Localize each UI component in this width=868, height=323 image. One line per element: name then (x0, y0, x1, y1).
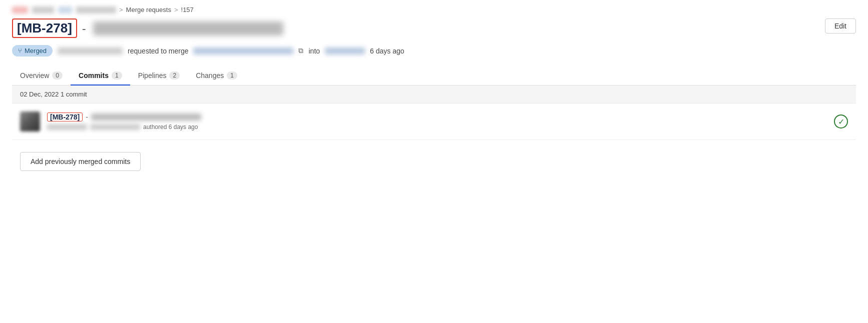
commit-author-avatar (20, 112, 40, 132)
tab-pipelines-label: Pipelines (138, 72, 167, 80)
time-ago: 6 days ago (370, 47, 404, 55)
tab-changes-label: Changes (196, 72, 224, 80)
mr-title-text-blur (93, 22, 283, 36)
commit-title-blur (91, 114, 201, 120)
breadcrumb-sep1: > (119, 6, 123, 14)
breadcrumb-merge-requests-link[interactable]: Merge requests (126, 6, 171, 14)
commit-row: [MB-278] - authored 6 days ago ✓ (12, 104, 856, 140)
requested-text: requested to merge (128, 47, 188, 55)
add-previously-merged-commits-button[interactable]: Add previously merged commits (20, 152, 141, 171)
breadcrumb-mr-number: !157 (181, 6, 194, 14)
tab-commits-label: Commits (79, 72, 109, 80)
commit-id: [MB-278] (47, 112, 83, 122)
mr-title-dash: - (82, 22, 86, 36)
commit-info: [MB-278] - authored 6 days ago (47, 112, 827, 130)
tab-commits[interactable]: Commits 1 (71, 66, 130, 86)
tab-overview-count: 0 (52, 72, 63, 80)
into-text: into (308, 47, 320, 55)
commit-status: ✓ (834, 114, 848, 128)
merged-badge: ⑂ Merged (12, 45, 53, 56)
breadcrumb-sub-blur (76, 6, 116, 14)
commit-authored-text: authored 6 days ago (143, 124, 198, 130)
commit-title-row: [MB-278] - (47, 112, 827, 122)
breadcrumb-project-blur (58, 6, 72, 14)
breadcrumb: > Merge requests > !157 (12, 0, 856, 18)
date-header-text: 02 Dec, 2022 1 commit (20, 90, 87, 98)
tab-pipelines[interactable]: Pipelines 2 (130, 66, 188, 86)
breadcrumb-sep2: > (174, 6, 178, 14)
commit-check-circle: ✓ (834, 114, 848, 128)
tab-commits-count: 1 (112, 72, 122, 80)
page-container: > Merge requests > !157 [MB-278] - Edit … (0, 0, 868, 183)
tab-changes-count: 1 (227, 72, 237, 80)
title-row: [MB-278] - Edit (12, 18, 856, 38)
tab-overview-label: Overview (20, 72, 49, 80)
breadcrumb-group-blur (32, 6, 54, 14)
date-header: 02 Dec, 2022 1 commit (12, 86, 856, 104)
content-area: 02 Dec, 2022 1 commit [MB-278] - authore… (12, 86, 856, 183)
merged-badge-label: Merged (25, 47, 47, 54)
commit-subtitle: authored 6 days ago (47, 124, 827, 130)
merge-icon: ⑂ (18, 47, 22, 54)
tab-pipelines-count: 2 (169, 72, 180, 80)
author-blur (58, 48, 123, 54)
commit-hash-blur (90, 124, 140, 130)
check-icon: ✓ (838, 117, 844, 126)
mr-title-id: [MB-278] (12, 18, 77, 38)
edit-button[interactable]: Edit (825, 18, 856, 34)
source-branch-blur (193, 48, 293, 54)
tab-overview[interactable]: Overview 0 (12, 66, 71, 86)
target-branch-blur (325, 48, 365, 54)
tab-changes[interactable]: Changes 1 (188, 66, 245, 86)
title-left: [MB-278] - (12, 18, 283, 38)
breadcrumb-logo-blur (12, 6, 28, 14)
commit-author-blur (47, 124, 87, 130)
tabs-container: Overview 0 Commits 1 Pipelines 2 Changes… (12, 66, 856, 86)
commit-dash: - (86, 113, 88, 121)
status-row: ⑂ Merged requested to merge ⧉ into 6 day… (12, 45, 856, 56)
copy-icon[interactable]: ⧉ (298, 46, 303, 55)
